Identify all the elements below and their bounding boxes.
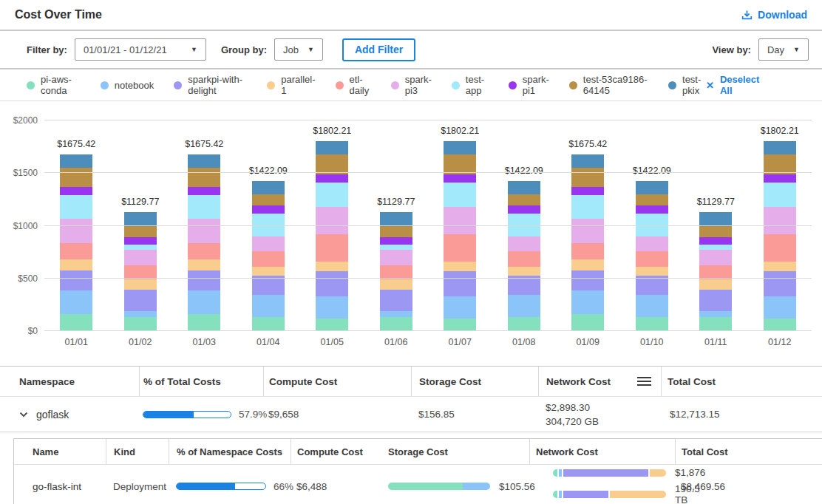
bar-segment-test-app[interactable] (444, 183, 476, 207)
bar-segment-pi-aws-conda[interactable] (508, 317, 540, 331)
bar-segment-notebook[interactable] (188, 290, 220, 314)
bar-segment-parallel-1[interactable] (60, 259, 92, 270)
bar-segment-test-53ca9186-64145[interactable] (508, 194, 540, 205)
bar-segment-pi-aws-conda[interactable] (60, 314, 92, 331)
bar-segment-test-app[interactable] (60, 195, 92, 219)
legend-item-sparkpi-with-delight[interactable]: sparkpi-with-delight (174, 74, 247, 96)
bar-segment-test-pkix[interactable] (124, 212, 157, 225)
bar-segment-test-pkix[interactable] (60, 154, 92, 168)
bar-segment-sparkpi-with-delight[interactable] (444, 271, 476, 296)
bar-segment-test-53ca9186-64145[interactable] (764, 154, 796, 174)
bar-segment-spark-pi1[interactable] (444, 174, 476, 183)
bar-segment-spark-pi1[interactable] (636, 205, 668, 214)
bar-segment-spark-pi3[interactable] (188, 219, 220, 244)
bar-segment-notebook[interactable] (571, 290, 604, 314)
bar-segment-notebook[interactable] (764, 296, 796, 319)
bar-segment-test-app[interactable] (571, 195, 604, 219)
bar-segment-pi-aws-conda[interactable] (316, 319, 348, 331)
bar-segment-spark-pi1[interactable] (188, 187, 220, 195)
bar-segment-sparkpi-with-delight[interactable] (60, 270, 92, 290)
bar-segment-notebook[interactable] (444, 296, 476, 319)
bar-segment-etl-daily[interactable] (188, 243, 220, 259)
bar-segment-sparkpi-with-delight[interactable] (316, 271, 348, 296)
legend-item-test-app[interactable]: test-app (452, 74, 489, 96)
bar-segment-spark-pi3[interactable] (60, 219, 92, 244)
bar-segment-pi-aws-conda[interactable] (764, 319, 796, 331)
bar-segment-spark-pi1[interactable] (699, 237, 732, 245)
bar-segment-sparkpi-with-delight[interactable] (124, 290, 157, 311)
bar-segment-pi-aws-conda[interactable] (571, 314, 604, 331)
bar-segment-parallel-1[interactable] (636, 267, 668, 276)
bar-segment-notebook[interactable] (316, 296, 348, 319)
bar-segment-test-app[interactable] (764, 183, 796, 207)
bar-segment-spark-pi1[interactable] (316, 174, 348, 183)
bar-segment-notebook[interactable] (124, 311, 157, 317)
bar-segment-pi-aws-conda[interactable] (188, 314, 220, 331)
bar-segment-etl-daily[interactable] (60, 243, 92, 259)
bar-segment-test-53ca9186-64145[interactable] (316, 154, 348, 174)
bar-segment-spark-pi1[interactable] (124, 237, 157, 245)
bar-segment-spark-pi3[interactable] (380, 250, 412, 266)
legend-item-spark-pi3[interactable]: spark-pi3 (391, 74, 432, 96)
bar-segment-pi-aws-conda[interactable] (252, 317, 285, 331)
bar-segment-pi-aws-conda[interactable] (124, 317, 157, 331)
bar-segment-spark-pi3[interactable] (508, 236, 540, 251)
stacked-bar-01/10[interactable] (636, 181, 668, 331)
bar-segment-test-pkix[interactable] (444, 141, 476, 154)
bar-segment-test-pkix[interactable] (252, 181, 285, 194)
bar-segment-etl-daily[interactable] (571, 243, 604, 259)
deselect-all-button[interactable]: ✕ Deselect All (706, 74, 809, 96)
bar-segment-test-pkix[interactable] (764, 141, 796, 154)
bar-segment-parallel-1[interactable] (380, 279, 412, 290)
bar-segment-test-53ca9186-64145[interactable] (124, 225, 157, 237)
bar-segment-parallel-1[interactable] (252, 267, 285, 276)
bar-segment-spark-pi3[interactable] (252, 236, 285, 251)
stacked-bar-01/05[interactable] (316, 141, 348, 331)
bar-segment-spark-pi3[interactable] (124, 250, 157, 266)
bar-segment-test-pkix[interactable] (636, 181, 668, 194)
stacked-bar-01/02[interactable] (124, 212, 157, 331)
bar-segment-spark-pi3[interactable] (444, 207, 476, 234)
bar-segment-parallel-1[interactable] (571, 259, 604, 270)
bar-segment-pi-aws-conda[interactable] (380, 317, 412, 331)
legend-item-parallel-1[interactable]: parallel-1 (267, 74, 315, 96)
bar-segment-test-pkix[interactable] (188, 154, 220, 168)
stacked-bar-01/11[interactable] (699, 212, 732, 331)
bar-segment-spark-pi1[interactable] (764, 174, 796, 183)
bar-segment-spark-pi1[interactable] (252, 205, 285, 214)
bar-segment-spark-pi3[interactable] (636, 236, 668, 251)
bar-segment-etl-daily[interactable] (444, 234, 476, 262)
bar-segment-test-53ca9186-64145[interactable] (380, 225, 412, 237)
stacked-bar-01/12[interactable] (764, 141, 796, 331)
bar-segment-parallel-1[interactable] (444, 262, 476, 271)
bar-segment-sparkpi-with-delight[interactable] (699, 290, 732, 311)
bar-segment-parallel-1[interactable] (188, 259, 220, 270)
bar-segment-test-53ca9186-64145[interactable] (252, 194, 285, 205)
bar-segment-test-pkix[interactable] (508, 181, 540, 194)
bar-segment-test-53ca9186-64145[interactable] (636, 194, 668, 205)
bar-segment-notebook[interactable] (636, 295, 668, 317)
stacked-bar-01/04[interactable] (252, 181, 285, 331)
stacked-bar-01/07[interactable] (444, 141, 476, 331)
bar-segment-notebook[interactable] (252, 295, 285, 317)
bar-segment-test-53ca9186-64145[interactable] (188, 168, 220, 187)
stacked-bar-01/03[interactable] (188, 154, 220, 331)
bar-segment-pi-aws-conda[interactable] (699, 317, 732, 331)
bar-segment-test-pkix[interactable] (316, 141, 348, 154)
bar-segment-test-pkix[interactable] (571, 154, 604, 168)
bar-segment-spark-pi1[interactable] (508, 205, 540, 214)
bar-segment-test-pkix[interactable] (380, 212, 412, 225)
download-button[interactable]: Download (741, 9, 807, 21)
legend-item-spark-pi1[interactable]: spark-pi1 (509, 74, 549, 96)
bar-segment-spark-pi1[interactable] (571, 187, 604, 195)
legend-item-etl-daily[interactable]: etl-daily (336, 74, 371, 96)
bar-segment-etl-daily[interactable] (316, 234, 348, 262)
bar-segment-parallel-1[interactable] (508, 267, 540, 276)
legend-item-test-53ca9186-64145[interactable]: test-53ca9186-64145 (569, 74, 648, 96)
bar-segment-test-53ca9186-64145[interactable] (699, 225, 732, 237)
bar-segment-parallel-1[interactable] (699, 279, 732, 290)
bar-segment-test-53ca9186-64145[interactable] (571, 168, 604, 187)
bar-segment-parallel-1[interactable] (316, 262, 348, 271)
date-range-select[interactable]: 01/01/21 - 01/12/21 ▼ (75, 38, 206, 61)
group-by-select[interactable]: Job ▼ (274, 38, 323, 61)
